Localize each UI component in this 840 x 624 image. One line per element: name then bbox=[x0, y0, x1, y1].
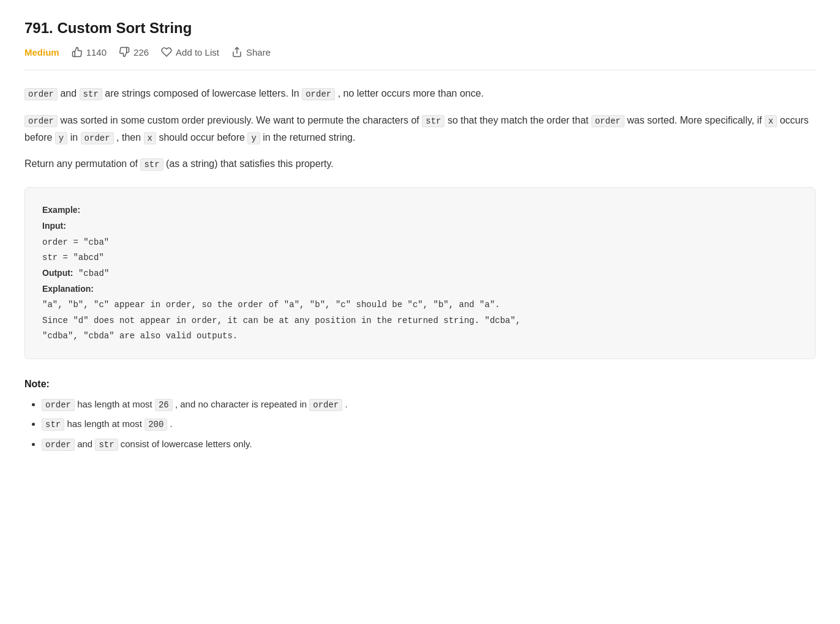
input-label: Input: bbox=[42, 218, 798, 234]
explanation-label: Explanation: bbox=[42, 281, 798, 297]
share-button[interactable]: Share bbox=[231, 46, 271, 58]
meta-row: Medium 1140 226 Add to List Share bbox=[24, 46, 816, 70]
code-str-note-2: str bbox=[95, 439, 118, 451]
code-str-3: str bbox=[140, 158, 163, 171]
downvote-button[interactable]: 226 bbox=[119, 46, 149, 58]
code-order-2: order bbox=[302, 88, 335, 100]
code-200: 200 bbox=[144, 418, 167, 431]
code-str-1: str bbox=[80, 88, 102, 100]
note-section: Note: order has length at most 26 , and … bbox=[24, 379, 816, 451]
note-item-2: str has length at most 200 . bbox=[42, 417, 816, 431]
note-title: Note: bbox=[24, 379, 816, 390]
code-x-1: x bbox=[765, 115, 777, 127]
add-to-list-button[interactable]: Add to List bbox=[161, 46, 219, 58]
upvote-count: 1140 bbox=[86, 47, 107, 58]
heart-icon bbox=[161, 46, 172, 58]
add-to-list-label: Add to List bbox=[176, 47, 219, 58]
share-icon bbox=[231, 46, 242, 58]
code-x-2: x bbox=[144, 132, 156, 144]
code-26: 26 bbox=[155, 399, 173, 411]
paragraph-1: order and str are strings composed of lo… bbox=[24, 85, 816, 102]
note-item-3: order and str consist of lowercase lette… bbox=[42, 437, 816, 451]
example-label: Example: bbox=[42, 202, 798, 218]
explanation-line-3: "cdba", "cbda" are also valid outputs. bbox=[42, 329, 798, 344]
code-order-note-2: order bbox=[309, 399, 342, 411]
difficulty-badge: Medium bbox=[24, 47, 59, 58]
code-str-2: str bbox=[422, 115, 444, 127]
code-order-note-1: order bbox=[42, 399, 75, 411]
share-label: Share bbox=[246, 47, 271, 58]
problem-body: order and str are strings composed of lo… bbox=[24, 85, 816, 359]
note-list: order has length at most 26 , and no cha… bbox=[24, 397, 816, 451]
code-y-2: y bbox=[247, 132, 260, 144]
code-order-3: order bbox=[24, 115, 58, 127]
thumbs-down-icon bbox=[119, 46, 130, 58]
code-order-4: order bbox=[591, 115, 624, 127]
code-order-5: order bbox=[81, 132, 114, 144]
code-order-1: order bbox=[24, 88, 58, 100]
explanation-line-1: "a", "b", "c" appear in order, so the or… bbox=[42, 297, 798, 313]
code-str-note-1: str bbox=[42, 418, 64, 431]
order-line: order = "cba" bbox=[42, 235, 798, 250]
example-block: Example: Input: order = "cba" str = "abc… bbox=[24, 187, 816, 359]
paragraph-3: Return any permutation of str (as a stri… bbox=[24, 155, 816, 173]
code-order-note-3: order bbox=[42, 439, 75, 451]
thumbs-up-icon bbox=[72, 46, 83, 58]
upvote-button[interactable]: 1140 bbox=[72, 46, 107, 58]
str-line: str = "abcd" bbox=[42, 250, 798, 266]
page-title: 791. Custom Sort String bbox=[24, 20, 816, 37]
explanation-line-2: Since "d" does not appear in order, it c… bbox=[42, 313, 798, 329]
note-item-1: order has length at most 26 , and no cha… bbox=[42, 397, 816, 412]
code-y-1: y bbox=[55, 132, 67, 144]
output-label: Output: "cbad" bbox=[42, 266, 798, 281]
downvote-count: 226 bbox=[133, 47, 149, 58]
paragraph-2: order was sorted in some custom order pr… bbox=[24, 112, 816, 146]
